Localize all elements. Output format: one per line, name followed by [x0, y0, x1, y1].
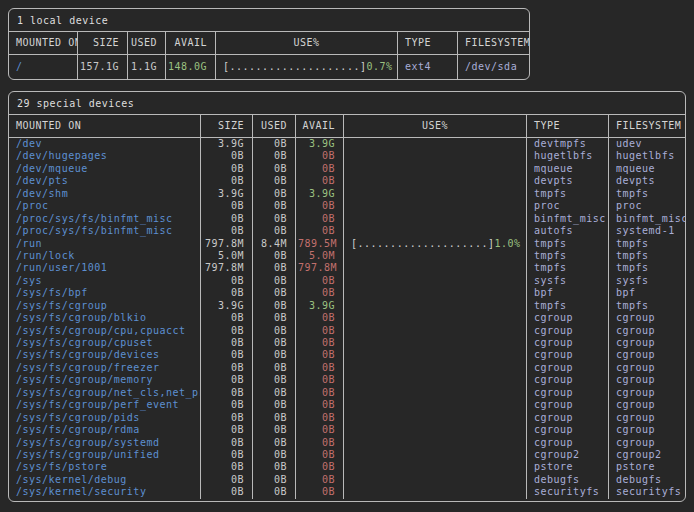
mountpoint-cell: /sys/fs/cgroup/perf_event: [9, 399, 201, 411]
size-cell: 0B: [201, 362, 253, 374]
filesystem-cell: securityfs: [609, 486, 685, 498]
filesystem-cell: cgroup: [609, 387, 685, 399]
size-cell: 797.8M: [201, 238, 253, 250]
size-cell: 0B: [201, 175, 253, 187]
use-percent-cell: [344, 225, 527, 237]
mountpoint-cell: /proc/sys/fs/binfmt_misc: [9, 213, 201, 225]
avail-cell: 0B: [296, 474, 344, 486]
filesystem-cell: /dev/sda: [458, 55, 529, 79]
mountpoint-cell: /sys/fs/cgroup/memory: [9, 374, 201, 386]
mountpoint-cell: /sys/fs/cgroup/systemd: [9, 437, 201, 449]
used-cell: 0B: [253, 150, 296, 162]
used-cell: 0B: [253, 200, 296, 212]
mountpoint-cell: /sys/kernel/security: [9, 486, 201, 498]
special-devices-title: 29 special devices: [9, 92, 685, 115]
used-cell: 0B: [253, 175, 296, 187]
avail-cell: 0B: [296, 349, 344, 361]
used-cell: 0B: [253, 424, 296, 436]
size-cell: 0B: [201, 163, 253, 175]
size-cell: 0B: [201, 399, 253, 411]
use-percent-cell: [344, 412, 527, 424]
size-cell: 0B: [201, 374, 253, 386]
mountpoint-cell: /dev/shm: [9, 188, 201, 200]
used-cell: 0B: [253, 275, 296, 287]
avail-cell: 0B: [296, 424, 344, 436]
use-percent-cell: [344, 287, 527, 299]
type-cell: cgroup: [527, 399, 609, 411]
type-cell: sysfs: [527, 275, 609, 287]
used-cell: 0B: [253, 138, 296, 150]
type-cell: tmpfs: [527, 188, 609, 200]
filesystem-cell: cgroup2: [609, 449, 685, 461]
size-cell: 3.9G: [201, 138, 253, 150]
type-cell: tmpfs: [527, 250, 609, 262]
used-cell: 0B: [253, 300, 296, 312]
filesystem-cell: cgroup: [609, 349, 685, 361]
filesystem-cell: cgroup: [609, 325, 685, 337]
use-percent-cell: [344, 449, 527, 461]
avail-cell: 0B: [296, 225, 344, 237]
used-cell: 0B: [253, 412, 296, 424]
column-header-use: USE%: [216, 32, 398, 55]
used-cell: 0B: [253, 188, 296, 200]
use-percent-cell: [344, 461, 527, 473]
use-percent-cell: [344, 374, 527, 386]
avail-cell: 0B: [296, 200, 344, 212]
mountpoint-cell: /sys/fs/cgroup/unified: [9, 449, 201, 461]
use-percent-cell: [344, 486, 527, 498]
use-percent-cell: [344, 312, 527, 324]
avail-cell: 0B: [296, 387, 344, 399]
avail-cell: 3.9G: [296, 188, 344, 200]
type-cell: devpts: [527, 175, 609, 187]
use-percent-cell: [344, 337, 527, 349]
usage-percent: 1.0%: [494, 238, 520, 250]
type-cell: cgroup: [527, 374, 609, 386]
mountpoint-cell: /sys/fs/cgroup/cpuset: [9, 337, 201, 349]
use-percent-cell: [344, 188, 527, 200]
size-cell: 157.1G: [78, 55, 128, 79]
mountpoint-cell: /sys/fs/cgroup/freezer: [9, 362, 201, 374]
avail-cell: 0B: [296, 437, 344, 449]
type-cell: cgroup: [527, 437, 609, 449]
used-cell: 0B: [253, 399, 296, 411]
size-cell: 0B: [201, 325, 253, 337]
filesystem-cell: cgroup: [609, 437, 685, 449]
type-cell: debugfs: [527, 474, 609, 486]
column-header-type: TYPE: [527, 115, 609, 138]
usage-bar: [....................]: [351, 238, 494, 250]
size-cell: 0B: [201, 337, 253, 349]
used-cell: 0B: [253, 474, 296, 486]
filesystem-cell: sysfs: [609, 275, 685, 287]
column-header-used: USED: [253, 115, 296, 138]
use-percent-cell: [344, 474, 527, 486]
mountpoint-cell: /dev/hugepages: [9, 150, 201, 162]
size-cell: 3.9G: [201, 300, 253, 312]
column-header-size: SIZE: [78, 32, 128, 55]
mountpoint-cell: /proc/sys/fs/binfmt_misc: [9, 225, 201, 237]
avail-cell: 797.8M: [296, 262, 344, 274]
column-header-avail: AVAIL: [166, 32, 216, 55]
type-cell: binfmt_misc: [527, 213, 609, 225]
used-cell: 0B: [253, 486, 296, 498]
type-cell: hugetlbfs: [527, 150, 609, 162]
size-cell: 0B: [201, 213, 253, 225]
filesystem-cell: tmpfs: [609, 188, 685, 200]
type-cell: ext4: [398, 55, 458, 79]
avail-cell: 0B: [296, 461, 344, 473]
type-cell: autofs: [527, 225, 609, 237]
type-cell: mqueue: [527, 163, 609, 175]
mountpoint-cell: /: [9, 55, 78, 79]
local-devices-grid: MOUNTED ONSIZEUSEDAVAILUSE%TYPEFILESYSTE…: [9, 32, 529, 79]
use-percent-cell: [344, 163, 527, 175]
type-cell: cgroup: [527, 362, 609, 374]
filesystem-cell: debugfs: [609, 474, 685, 486]
type-cell: cgroup: [527, 325, 609, 337]
column-header-filesystem: FILESYSTEM: [609, 115, 685, 138]
use-percent-cell: [344, 387, 527, 399]
column-header-filesystem: FILESYSTEM: [458, 32, 529, 55]
used-cell: 0B: [253, 262, 296, 274]
used-cell: 0B: [253, 312, 296, 324]
avail-cell: 0B: [296, 399, 344, 411]
size-cell: 3.9G: [201, 188, 253, 200]
filesystem-cell: devpts: [609, 175, 685, 187]
